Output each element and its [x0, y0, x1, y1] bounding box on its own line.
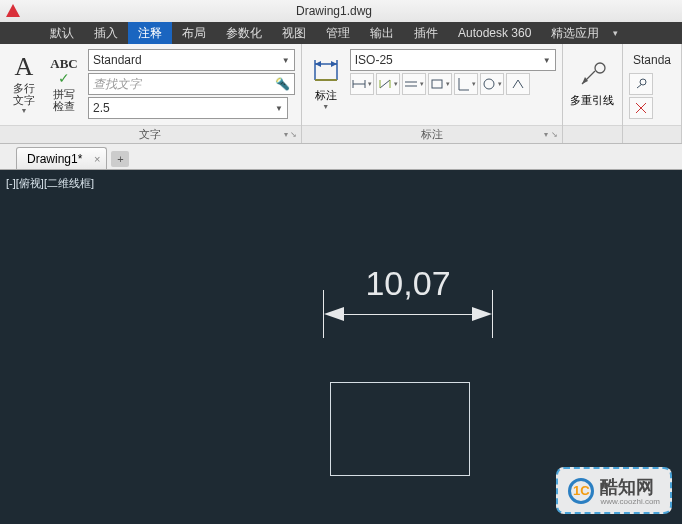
dim-continue-icon	[403, 76, 419, 92]
svg-marker-4	[331, 61, 337, 67]
panel-title-leader	[563, 125, 622, 143]
leader-add-icon	[633, 76, 649, 92]
multileader-icon	[576, 60, 608, 90]
ribbon: A 多行 文字 ▼ ABC ✓ 拼写 检查 Standard ▼ 查找文字 🔦	[0, 44, 682, 144]
svg-point-18	[595, 63, 605, 73]
multileader-button[interactable]: 多重引线	[567, 47, 618, 121]
text-height-combo[interactable]: 2.5 ▼	[88, 97, 288, 119]
app-logo-icon[interactable]	[0, 0, 26, 22]
dim-baseline-icon	[429, 76, 445, 92]
document-tab-bar: Drawing1* × +	[0, 144, 682, 170]
dim-continue-button[interactable]: ▾	[402, 73, 426, 95]
arrow-left-icon	[324, 307, 344, 321]
multiline-text-button[interactable]: A 多行 文字 ▼	[4, 47, 44, 121]
panel-dimension: 标注 ▼ ISO-25 ▼ ▾ ▾ ▾ ▾ ▾ ▾ 标注	[302, 44, 563, 143]
spellcheck-button[interactable]: ABC ✓ 拼写 检查	[44, 47, 84, 121]
panel-extra: Standa	[623, 44, 682, 143]
dim-linear-button[interactable]: ▾	[350, 73, 374, 95]
menu-autodesk360[interactable]: Autodesk 360	[448, 22, 541, 44]
watermark-logo-icon: 1C	[568, 478, 594, 504]
leader-remove-icon	[633, 100, 649, 116]
chevron-down-icon: ▼	[543, 56, 551, 65]
menu-bar: 默认 插入 注释 布局 参数化 视图 管理 输出 插件 Autodesk 360…	[0, 22, 682, 44]
dim-aligned-icon	[377, 76, 393, 92]
menu-manage[interactable]: 管理	[316, 22, 360, 44]
close-icon[interactable]: ×	[94, 153, 100, 165]
menu-parametric[interactable]: 参数化	[216, 22, 272, 44]
panel-title-text[interactable]: 文字 ▾ ↘	[0, 125, 301, 143]
new-tab-button[interactable]: +	[111, 151, 129, 167]
panel-title-extra	[623, 125, 681, 143]
dim-quick-icon	[510, 76, 526, 92]
chevron-down-icon: ▼	[282, 56, 290, 65]
svg-rect-14	[432, 80, 442, 88]
dim-linear-icon	[351, 76, 367, 92]
arrow-right-icon	[472, 307, 492, 321]
dropdown-icon: ▼	[322, 103, 329, 110]
leader-add-button[interactable]	[629, 73, 653, 95]
svg-point-17	[484, 79, 494, 89]
dim-tolerance-button[interactable]: ▾	[480, 73, 504, 95]
menu-plugins[interactable]: 插件	[404, 22, 448, 44]
dim-quick-button[interactable]	[506, 73, 530, 95]
menu-layout[interactable]: 布局	[172, 22, 216, 44]
rectangle-shape[interactable]	[330, 382, 470, 476]
menu-default[interactable]: 默认	[40, 22, 84, 44]
watermark-brand: 酷知网	[600, 477, 654, 497]
dimension-value: 10,07	[323, 264, 493, 303]
extra-style-combo[interactable]: Standa	[629, 49, 675, 71]
window-title: Drawing1.dwg	[26, 4, 682, 18]
panel-title-dimension[interactable]: 标注 ▾ ↘	[302, 125, 562, 143]
dim-aligned-button[interactable]: ▾	[376, 73, 400, 95]
dim-style-combo[interactable]: ISO-25 ▼	[350, 49, 556, 71]
svg-line-21	[637, 84, 642, 88]
svg-point-20	[640, 79, 646, 85]
panel-leader: 多重引线	[563, 44, 623, 143]
dimension-line	[331, 314, 485, 315]
chevron-down-icon: ▼	[275, 104, 283, 113]
title-bar: Drawing1.dwg	[0, 0, 682, 22]
search-icon: 🔦	[275, 77, 290, 91]
expand-icon: ▾ ↘	[544, 130, 557, 139]
dropdown-icon: ▼	[21, 107, 28, 114]
multiline-text-icon: A	[15, 54, 34, 80]
menu-output[interactable]: 输出	[360, 22, 404, 44]
text-style-combo[interactable]: Standard ▼	[88, 49, 295, 71]
svg-line-9	[380, 80, 390, 88]
viewport-label[interactable]: [-][俯视][二维线框]	[6, 176, 94, 191]
menu-overflow-icon[interactable]: ▾	[613, 28, 618, 38]
menu-insert[interactable]: 插入	[84, 22, 128, 44]
dim-ordinate-icon	[455, 76, 471, 92]
menu-annotate[interactable]: 注释	[128, 22, 172, 44]
dim-baseline-button[interactable]: ▾	[428, 73, 452, 95]
leader-remove-button[interactable]	[629, 97, 653, 119]
watermark: 1C 酷知网 www.coozhi.com	[556, 467, 672, 514]
panel-text: A 多行 文字 ▼ ABC ✓ 拼写 检查 Standard ▼ 查找文字 🔦	[0, 44, 302, 143]
dim-ordinate-button[interactable]: ▾	[454, 73, 478, 95]
check-icon: ✓	[58, 70, 70, 86]
drawing-canvas[interactable]: [-][俯视][二维线框] 10,07 1C 酷知网 www.coozhi.co…	[0, 170, 682, 524]
watermark-url: www.coozhi.com	[600, 497, 660, 506]
menu-view[interactable]: 视图	[272, 22, 316, 44]
find-text-input[interactable]: 查找文字 🔦	[88, 73, 295, 95]
menu-featured[interactable]: 精选应用	[541, 22, 609, 44]
extension-line-right	[492, 290, 493, 338]
dimension-button[interactable]: 标注 ▼	[306, 47, 346, 121]
linear-dimension-icon	[311, 58, 341, 86]
expand-icon: ▾ ↘	[284, 130, 297, 139]
document-tab[interactable]: Drawing1* ×	[16, 147, 107, 169]
dim-tolerance-icon	[481, 76, 497, 92]
svg-marker-3	[315, 61, 321, 67]
